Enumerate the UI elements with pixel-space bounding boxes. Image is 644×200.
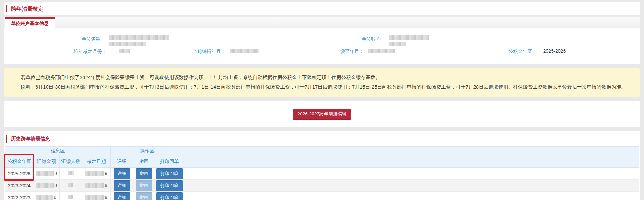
tab-unit-account-basic-info[interactable]: 单位账户基本信息 [5,17,55,28]
cross-year-roster-edit-button[interactable]: 2026-2027跨年清册编辑 [293,109,352,120]
masked-text [36,171,54,176]
cell-filler [184,168,639,180]
cell-filler [184,192,639,200]
col-header-fund-year: 公积金年度 [5,155,33,168]
date-tail: 9 [104,195,107,200]
col-header-withdraw: 撤回 [133,155,155,168]
table-row: 2023-2024 0 9 详细 撤回 打印回单 [5,180,639,192]
masked-text [85,195,104,200]
history-panel: 历史跨年清册信息 信息区 操作区 公积金年度 汇缴金额 汇缴人数 核定日期 详细… [4,131,640,200]
history-table-wrap: 信息区 操作区 公积金年度 汇缴金额 汇缴人数 核定日期 详细 撤回 打印回单 … [5,146,639,200]
group-header-info: 信息区 [5,147,111,155]
cell-fund-year: 2025-2026 [5,168,33,180]
account-info-panel: 单位账户基本信息 单位名称 单位账户 跨年核定月份： 当前编辑年月： 缴至年月：… [4,17,640,64]
masked-text [368,49,395,53]
table-row: 2025-2026 0 9 详细 撤回 打印回单 [5,168,639,180]
col-header-people: 汇缴人数 [60,155,82,168]
withdraw-button[interactable]: 撤回 [136,168,152,179]
unit-name-label: 单位名称 [25,36,100,42]
cell-date-masked: 9 [82,168,111,180]
table-row: 2022-2023 0 9 详细 撤回 打印回单 [5,192,639,200]
history-section-header: 历史跨年清册信息 [6,135,639,143]
date-tail: 9 [104,171,107,176]
masked-text [36,183,54,188]
cross-year-check-month-label: 跨年核定月份： [33,48,107,55]
detail-button[interactable]: 详细 [114,180,130,191]
date-tail: 9 [104,183,107,188]
cross-year-check-month-value-masked [119,49,130,54]
withdraw-button-disabled: 撤回 [136,192,152,200]
cell-print: 打印回单 [155,180,184,192]
amount-tail: 0 [53,195,56,200]
paid-through-month-label: 缴至年月： [295,48,364,55]
page-title: 跨年清册核定 [11,5,44,12]
cell-print: 打印回单 [155,168,184,180]
cell-people-masked [60,168,82,180]
masked-text [109,35,169,40]
cell-withdraw: 撤回 [133,168,155,180]
masked-text [36,195,53,200]
cell-people-masked [60,192,82,200]
masked-text [68,183,73,187]
page-header: 跨年清册核定 [4,2,640,15]
current-edit-month-label: 当前编辑年月： [160,48,226,55]
masked-text [68,195,73,199]
unit-account-label: 单位账户 [306,36,381,42]
cell-people-masked [60,180,82,192]
group-header-ops: 操作区 [111,147,184,155]
withdraw-button-disabled: 撤回 [136,180,152,191]
cell-amount-masked: 0 [33,168,60,180]
cell-withdraw: 撤回 [133,192,155,200]
masked-text [85,183,104,188]
print-receipt-button[interactable]: 打印回单 [156,192,183,200]
table-group-header-row: 信息区 操作区 [5,147,639,155]
notice-line-2: 说明：6月10日-30日向税务部门申报的社保缴费工资，可于7月3日后调取使用；7… [21,82,633,92]
policy-notice: 若单位已向税务部门申报了2024年度社会保险费缴费工资，可调取使用该数据作为职工… [4,68,640,97]
cell-detail: 详细 [111,168,133,180]
print-receipt-button[interactable]: 打印回单 [156,168,183,179]
section-accent-bar [6,135,7,143]
paid-through-month-value-masked [368,49,395,54]
masked-text [68,171,74,175]
masked-text [109,42,146,46]
cell-detail: 详细 [111,180,133,192]
detail-button[interactable]: 详细 [114,192,130,200]
fund-year-value: 2025-2026 [543,48,566,54]
account-form: 单位名称 单位账户 跨年核定月份： 当前编辑年月： 缴至年月： 公积金年度： 2… [4,33,640,59]
cell-detail: 详细 [111,192,133,200]
cell-amount-masked: 0 [33,192,60,200]
masked-text [85,171,104,176]
action-strip: 2026-2027跨年清册编辑 [4,101,640,127]
history-section-title: 历史跨年清册信息 [11,136,50,142]
tab-bar: 单位账户基本信息 [4,17,640,28]
header-filler [184,147,639,168]
unit-name-value-masked [109,35,169,48]
cell-amount-masked: 0 [33,180,60,192]
masked-text [119,49,130,53]
cell-fund-year: 2022-2023 [5,192,33,200]
detail-button[interactable]: 详细 [114,168,130,179]
cell-withdraw: 撤回 [133,180,155,192]
current-edit-month-value-masked [230,49,259,54]
print-receipt-button[interactable]: 打印回单 [156,180,183,191]
cell-date-masked: 9 [82,180,111,192]
col-header-date: 核定日期 [82,155,111,168]
masked-text [389,42,406,46]
amount-tail: 0 [54,171,57,176]
cell-print: 打印回单 [155,192,184,200]
cell-date-masked: 9 [82,192,111,200]
notice-line-1: 若单位已向税务部门申报了2024年度社会保险费缴费工资，可调取使用该数据作为职工… [21,73,633,82]
tab-label: 单位账户基本信息 [11,20,49,27]
col-header-print: 打印回单 [155,155,184,168]
unit-account-value-masked [389,35,429,48]
masked-text [230,49,259,53]
history-table: 信息区 操作区 公积金年度 汇缴金额 汇缴人数 核定日期 详细 撤回 打印回单 … [5,146,639,200]
col-header-amount: 汇缴金额 [33,155,60,168]
cell-fund-year: 2023-2024 [5,180,33,192]
col-header-detail: 详细 [111,155,133,168]
masked-text [389,35,429,40]
title-accent-bar [6,5,7,12]
cell-filler [184,180,639,192]
fund-year-label: 公积金年度： [469,48,537,55]
amount-tail: 0 [54,183,57,188]
